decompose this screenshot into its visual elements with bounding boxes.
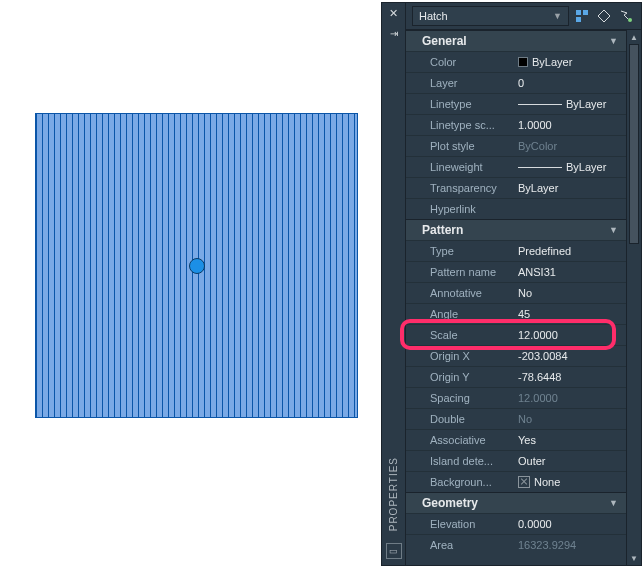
property-label: Plot style <box>430 140 518 152</box>
property-value-text: None <box>534 476 560 488</box>
chevron-down-icon: ▼ <box>609 225 618 235</box>
property-value[interactable]: 0.0000 <box>518 518 626 530</box>
property-row[interactable]: LinetypeByLayer <box>406 93 626 114</box>
property-value-text: 12.0000 <box>518 392 558 404</box>
property-row[interactable]: Area16323.9294 <box>406 534 626 555</box>
property-value-text: ByColor <box>518 140 557 152</box>
property-value[interactable]: 12.0000 <box>518 392 626 404</box>
property-value[interactable]: ByColor <box>518 140 626 152</box>
properties-panel: ✕ ⇥ PROPERTIES ▭ Hatch ▼ General▼ColorBy… <box>381 2 642 566</box>
property-label: Transparency <box>430 182 518 194</box>
property-value[interactable]: None <box>518 476 626 488</box>
group-name: General <box>422 34 467 48</box>
property-row[interactable]: ColorByLayer <box>406 51 626 72</box>
property-value[interactable]: 12.0000 <box>518 329 626 341</box>
property-value[interactable]: ByLayer <box>518 98 626 110</box>
property-value[interactable]: ByLayer <box>518 161 626 173</box>
property-label: Lineweight <box>430 161 518 173</box>
chevron-down-icon: ▼ <box>553 11 562 21</box>
property-value-text: -78.6448 <box>518 371 561 383</box>
property-value-text: 16323.9294 <box>518 539 576 551</box>
property-label: Origin X <box>430 350 518 362</box>
property-row[interactable]: Spacing12.0000 <box>406 387 626 408</box>
none-swatch <box>518 476 530 488</box>
pin-icon[interactable]: ⇥ <box>386 25 402 41</box>
property-value-text: Outer <box>518 455 546 467</box>
property-row[interactable]: TransparencyByLayer <box>406 177 626 198</box>
property-value[interactable]: 0 <box>518 77 626 89</box>
property-value-text: Predefined <box>518 245 571 257</box>
property-value[interactable]: Yes <box>518 434 626 446</box>
property-value[interactable]: -203.0084 <box>518 350 626 362</box>
property-value[interactable]: No <box>518 413 626 425</box>
hatch-grip[interactable] <box>189 258 205 274</box>
object-type-select[interactable]: Hatch ▼ <box>412 6 569 26</box>
close-icon[interactable]: ✕ <box>386 5 402 21</box>
property-row[interactable]: LineweightByLayer <box>406 156 626 177</box>
color-swatch <box>518 57 528 67</box>
property-label: Origin Y <box>430 371 518 383</box>
property-value[interactable]: Outer <box>518 455 626 467</box>
scroll-down-icon[interactable]: ▼ <box>627 551 641 565</box>
property-value[interactable]: ByLayer <box>518 56 626 68</box>
property-row[interactable]: Island dete...Outer <box>406 450 626 471</box>
property-value[interactable]: ByLayer <box>518 182 626 194</box>
property-label: Hyperlink <box>430 203 518 215</box>
property-value[interactable]: ANSI31 <box>518 266 626 278</box>
property-row[interactable]: DoubleNo <box>406 408 626 429</box>
quick-select-icon[interactable] <box>595 7 613 25</box>
panel-scrollbar[interactable]: ▲ ▼ <box>626 30 641 565</box>
group-header[interactable]: Pattern▼ <box>406 219 626 240</box>
chevron-down-icon: ▼ <box>609 498 618 508</box>
property-row[interactable]: Pattern nameANSI31 <box>406 261 626 282</box>
line-sample <box>518 104 562 105</box>
property-value[interactable]: No <box>518 287 626 299</box>
scroll-track[interactable] <box>627 44 641 551</box>
property-row[interactable]: Elevation0.0000 <box>406 513 626 534</box>
scroll-thumb[interactable] <box>629 44 639 244</box>
panel-gutter: ✕ ⇥ PROPERTIES ▭ <box>382 3 406 565</box>
property-label: Color <box>430 56 518 68</box>
property-label: Associative <box>430 434 518 446</box>
property-label: Angle <box>430 308 518 320</box>
toggle-pim-icon[interactable] <box>573 7 591 25</box>
property-value[interactable]: 1.0000 <box>518 119 626 131</box>
property-value[interactable]: 16323.9294 <box>518 539 626 551</box>
property-label: Type <box>430 245 518 257</box>
property-label: Linetype <box>430 98 518 110</box>
group-header[interactable]: Geometry▼ <box>406 492 626 513</box>
property-row[interactable]: Hyperlink <box>406 198 626 219</box>
property-label: Layer <box>430 77 518 89</box>
property-value[interactable]: Predefined <box>518 245 626 257</box>
scroll-up-icon[interactable]: ▲ <box>627 30 641 44</box>
property-row[interactable]: Scale12.0000 <box>406 324 626 345</box>
property-row[interactable]: Plot styleByColor <box>406 135 626 156</box>
property-label: Double <box>430 413 518 425</box>
property-label: Elevation <box>430 518 518 530</box>
property-row[interactable]: AnnotativeNo <box>406 282 626 303</box>
select-objects-icon[interactable] <box>617 7 635 25</box>
property-value[interactable]: -78.6448 <box>518 371 626 383</box>
group-name: Pattern <box>422 223 463 237</box>
selector-row: Hatch ▼ <box>406 3 641 30</box>
property-value-text: ByLayer <box>566 161 606 173</box>
property-label: Annotative <box>430 287 518 299</box>
property-row[interactable]: Backgroun...None <box>406 471 626 492</box>
property-value[interactable]: 45 <box>518 308 626 320</box>
panel-options-icon[interactable]: ▭ <box>386 543 402 559</box>
properties-list: General▼ColorByLayerLayer0LinetypeByLaye… <box>406 30 626 565</box>
property-value-text: No <box>518 287 532 299</box>
property-value-text: ByLayer <box>532 56 572 68</box>
property-row[interactable]: TypePredefined <box>406 240 626 261</box>
svg-point-3 <box>628 18 632 22</box>
property-row[interactable]: Linetype sc...1.0000 <box>406 114 626 135</box>
property-row[interactable]: Angle45 <box>406 303 626 324</box>
property-value-text: -203.0084 <box>518 350 568 362</box>
property-row[interactable]: AssociativeYes <box>406 429 626 450</box>
property-row[interactable]: Layer0 <box>406 72 626 93</box>
property-row[interactable]: Origin Y-78.6448 <box>406 366 626 387</box>
property-row[interactable]: Origin X-203.0084 <box>406 345 626 366</box>
property-value-text: 0.0000 <box>518 518 552 530</box>
property-value-text: ByLayer <box>518 182 558 194</box>
group-header[interactable]: General▼ <box>406 30 626 51</box>
